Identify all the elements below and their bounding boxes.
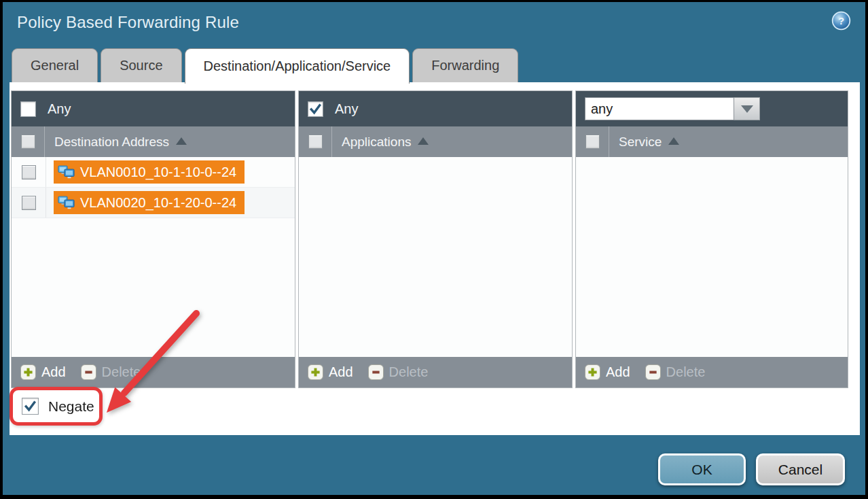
destination-any-header: Any [12, 91, 295, 126]
add-button[interactable]: Add [308, 364, 353, 380]
policy-forwarding-dialog: Policy Based Forwarding Rule ? General S… [3, 2, 865, 495]
help-icon[interactable]: ? [831, 11, 851, 31]
service-toolbar: Add Delete [576, 357, 848, 388]
destination-column-header[interactable]: Destination Address [45, 135, 187, 150]
service-column: any Service [575, 90, 848, 388]
tab-forwarding[interactable]: Forwarding [412, 48, 518, 82]
tab-destination-application-service[interactable]: Destination/Application/Service [185, 48, 410, 84]
dialog-title: Policy Based Forwarding Rule [17, 13, 239, 32]
tab-source[interactable]: Source [101, 48, 181, 82]
sort-ascending-icon [176, 137, 187, 145]
delete-icon [645, 364, 661, 380]
applications-any-label: Any [335, 101, 358, 117]
destination-any-label: Any [48, 101, 71, 117]
tab-content: Any Destination Address [10, 82, 860, 435]
tab-bar: General Source Destination/Application/S… [12, 48, 518, 82]
chevron-down-icon [741, 105, 753, 113]
cancel-button[interactable]: Cancel [756, 453, 845, 485]
service-selectall-checkbox[interactable] [585, 135, 600, 149]
applications-column: Any Applications Add [298, 90, 573, 388]
dropdown-button[interactable] [734, 97, 760, 120]
tab-general[interactable]: General [12, 48, 98, 82]
service-list [576, 157, 848, 357]
applications-list [299, 157, 572, 357]
service-any-header: any [576, 91, 848, 126]
add-button[interactable]: Add [20, 364, 66, 380]
sort-ascending-icon [418, 137, 429, 145]
sort-ascending-icon [668, 137, 679, 145]
applications-any-header: Any [299, 91, 572, 126]
add-icon [308, 364, 323, 380]
destination-column: Any Destination Address [11, 90, 295, 388]
add-button[interactable]: Add [585, 364, 630, 380]
negate-annotation-box: Negate [10, 387, 103, 426]
destination-subheader: Destination Address [12, 126, 295, 157]
row-checkbox[interactable] [22, 165, 36, 179]
applications-toolbar: Add Delete [299, 357, 572, 388]
svg-text:?: ? [838, 15, 844, 27]
delete-icon [368, 364, 384, 380]
destination-list: VLAN0010_10-1-10-0--24 [12, 157, 295, 357]
service-subheader: Service [576, 126, 848, 157]
service-dropdown-value[interactable]: any [585, 97, 734, 120]
address-object-chip[interactable]: VLAN0020_10-1-20-0--24 [54, 191, 245, 214]
delete-button[interactable]: Delete [81, 364, 141, 380]
delete-button[interactable]: Delete [645, 364, 706, 380]
negate-checkbox[interactable] [22, 398, 39, 415]
delete-icon [81, 364, 96, 380]
applications-column-header[interactable]: Applications [332, 135, 429, 150]
network-icon [58, 165, 75, 179]
applications-any-checkbox[interactable] [308, 101, 323, 117]
network-icon [58, 196, 75, 210]
add-icon [20, 364, 36, 380]
destination-any-checkbox[interactable] [20, 101, 36, 117]
row-checkbox[interactable] [22, 196, 36, 210]
add-icon [585, 364, 600, 380]
negate-label: Negate [48, 398, 94, 415]
service-dropdown[interactable]: any [585, 97, 760, 120]
delete-button[interactable]: Delete [368, 364, 429, 380]
address-object-chip[interactable]: VLAN0010_10-1-10-0--24 [54, 160, 245, 184]
destination-selectall-checkbox[interactable] [21, 135, 35, 149]
destination-toolbar: Add Delete [12, 357, 295, 388]
service-column-header[interactable]: Service [609, 135, 679, 150]
applications-subheader: Applications [299, 126, 572, 157]
table-row[interactable]: VLAN0010_10-1-10-0--24 [12, 157, 295, 188]
applications-selectall-checkbox[interactable] [308, 135, 323, 149]
ok-button[interactable]: OK [658, 453, 746, 485]
table-row[interactable]: VLAN0020_10-1-20-0--24 [12, 188, 295, 218]
